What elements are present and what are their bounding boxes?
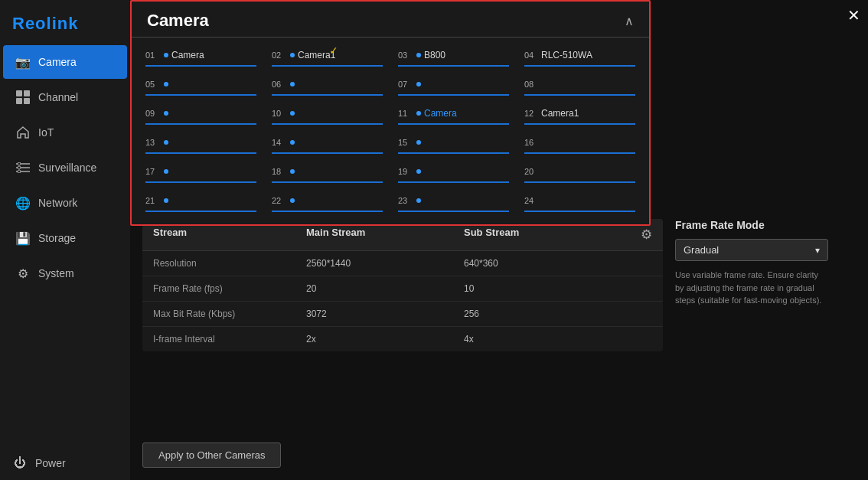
camera-dot-06 <box>290 82 295 87</box>
svg-point-7 <box>18 162 21 165</box>
stream-row-label-3: I-frame Interval <box>153 334 306 344</box>
camera-underline-13 <box>145 152 256 154</box>
stream-row-2[interactable]: Max Bit Rate (Kbps)3072256 <box>142 302 663 327</box>
stream-row-main-2: 3072 <box>306 309 464 319</box>
camera-dot-18 <box>290 169 295 174</box>
apply-button[interactable]: Apply to Other Cameras <box>142 442 281 468</box>
system-icon: ⚙ <box>15 266 31 281</box>
camera-name-01: Camera <box>171 50 204 60</box>
camera-cell-09[interactable]: 09 <box>141 102 261 128</box>
camera-num-13: 13 <box>145 138 159 147</box>
camera-cell-18[interactable]: 18 <box>267 160 387 186</box>
camera-cell-06[interactable]: 06 <box>267 73 387 99</box>
camera-underline-01 <box>145 65 256 67</box>
camera-dot-19 <box>416 169 421 174</box>
camera-num-06: 06 <box>272 80 286 89</box>
camera-cell-13[interactable]: 13 <box>141 131 261 157</box>
camera-underline-20 <box>524 181 635 183</box>
settings-gear-icon[interactable]: ⚙ <box>622 227 652 243</box>
sidebar-item-camera-label: Camera <box>38 56 77 68</box>
frame-rate-select[interactable]: Gradual ▾ <box>675 239 828 261</box>
sidebar-item-system-label: System <box>38 267 74 279</box>
camera-cell-08[interactable]: 08 <box>520 73 640 99</box>
close-button[interactable]: ✕ <box>847 6 860 24</box>
camera-num-11: 11 <box>398 109 412 118</box>
camera-cell-03[interactable]: 03B800 <box>393 44 514 70</box>
camera-cell-21[interactable]: 21 <box>141 189 261 215</box>
camera-cell-17[interactable]: 17 <box>141 160 261 186</box>
camera-underline-24 <box>524 211 635 212</box>
stream-row-main-0: 2560*1440 <box>306 258 464 269</box>
surveillance-icon <box>15 160 31 175</box>
stream-row-empty-1 <box>622 283 652 294</box>
camera-underline-10 <box>272 123 383 125</box>
network-icon: 🌐 <box>15 195 31 211</box>
sidebar-item-channel[interactable]: Channel <box>3 80 127 114</box>
camera-dot-14 <box>290 140 295 145</box>
camera-num-21: 21 <box>145 196 159 205</box>
logo-text: Reolink <box>12 14 78 33</box>
camera-cell-01[interactable]: 01Camera <box>141 44 261 70</box>
camera-num-20: 20 <box>524 167 538 176</box>
sidebar-item-camera[interactable]: 📷 Camera <box>3 45 127 79</box>
camera-cell-14[interactable]: 14 <box>267 131 387 157</box>
camera-cell-15[interactable]: 15 <box>393 131 514 157</box>
camera-underline-14 <box>272 152 383 154</box>
camera-cell-04[interactable]: 04RLC-510WA <box>520 44 640 70</box>
iot-icon <box>15 125 31 140</box>
camera-cell-02[interactable]: 02Camera1 <box>267 44 387 70</box>
camera-underline-03 <box>398 65 509 67</box>
camera-cell-22[interactable]: 22 <box>267 189 387 215</box>
stream-row-3[interactable]: I-frame Interval2x4x <box>142 327 663 351</box>
camera-cell-07[interactable]: 07 <box>393 73 514 99</box>
camera-underline-11 <box>398 123 509 125</box>
camera-cell-16[interactable]: 16 <box>520 131 640 157</box>
svg-rect-0 <box>16 90 22 96</box>
camera-num-04: 04 <box>524 51 538 60</box>
stream-row-main-1: 20 <box>306 283 464 294</box>
sidebar-item-iot[interactable]: IoT <box>3 116 127 149</box>
main-content: Camera ∧ 01Camera02Camera103B80004RLC-51… <box>130 0 868 480</box>
frame-rate-title: Frame Rate Mode <box>675 219 828 231</box>
camera-num-14: 14 <box>272 138 286 147</box>
stream-row-label-0: Resolution <box>153 258 306 269</box>
power-icon: ⏻ <box>12 456 28 471</box>
camera-dot-02 <box>290 53 295 57</box>
camera-name-11: Camera <box>424 108 457 119</box>
camera-underline-04 <box>524 65 635 67</box>
chevron-up-icon[interactable]: ∧ <box>625 14 634 28</box>
power-button[interactable]: ⏻ Power <box>0 446 130 480</box>
camera-cell-05[interactable]: 05 <box>141 73 261 99</box>
camera-dot-10 <box>290 111 295 116</box>
camera-underline-06 <box>272 94 383 96</box>
camera-cell-19[interactable]: 19 <box>393 160 514 186</box>
sidebar-item-system[interactable]: ⚙ System <box>3 256 127 290</box>
power-label: Power <box>35 457 66 469</box>
stream-row-sub-0: 640*360 <box>464 258 622 269</box>
stream-col-stream: Stream <box>153 227 306 243</box>
camera-num-08: 08 <box>524 80 538 89</box>
camera-dot-01 <box>164 53 168 57</box>
stream-row-1[interactable]: Frame Rate (fps)2010 <box>142 276 663 302</box>
frame-rate-description: Use variable frame rate. Ensure clarity … <box>675 269 828 307</box>
camera-cell-24[interactable]: 24 <box>520 189 640 215</box>
camera-grid: 01Camera02Camera103B80004RLC-510WA050607… <box>132 38 649 224</box>
sidebar-item-network[interactable]: 🌐 Network <box>3 186 127 220</box>
camera-dot-13 <box>164 140 168 145</box>
camera-name-04: RLC-510WA <box>541 50 592 60</box>
yellow-checkmark: ✓ <box>329 44 338 57</box>
camera-num-05: 05 <box>145 80 159 89</box>
camera-dot-22 <box>290 198 295 203</box>
camera-underline-15 <box>398 152 509 154</box>
camera-cell-23[interactable]: 23 <box>393 189 514 215</box>
sidebar: Reolink 📷 Camera Channel IoT Surveillanc… <box>0 0 130 480</box>
chevron-down-icon: ▾ <box>815 245 820 256</box>
stream-row-label-1: Frame Rate (fps) <box>153 283 306 294</box>
camera-cell-12[interactable]: 12Camera1 <box>520 102 640 128</box>
camera-cell-20[interactable]: 20 <box>520 160 640 186</box>
sidebar-item-surveillance[interactable]: Surveillance <box>3 151 127 184</box>
camera-cell-11[interactable]: 11Camera <box>393 102 514 128</box>
sidebar-item-storage[interactable]: 💾 Storage <box>3 221 127 255</box>
camera-cell-10[interactable]: 10 <box>267 102 387 128</box>
stream-row-0[interactable]: Resolution2560*1440640*360 <box>142 251 663 276</box>
